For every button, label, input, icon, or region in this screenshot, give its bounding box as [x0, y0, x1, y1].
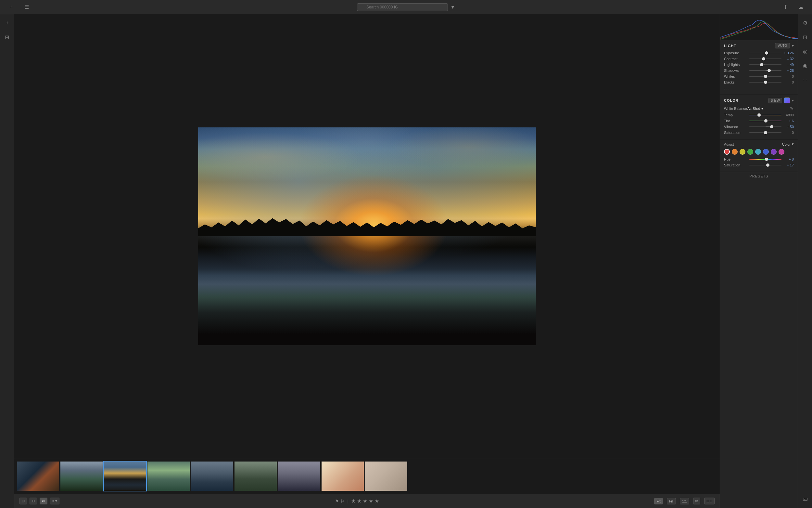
right-panel: LIGHT AUTO ▾ Exposure + 0.26 Contrast: [720, 14, 798, 508]
add-icon[interactable]: ＋: [5, 1, 17, 13]
vibrance-track[interactable]: [749, 126, 781, 127]
heal-icon[interactable]: ◎: [799, 45, 811, 57]
light-section-header: LIGHT AUTO ▾: [724, 43, 794, 48]
blacks-track[interactable]: [749, 82, 781, 83]
zoom-controls: Fit Fill 1:1 ⧉ ⊟⊟: [654, 498, 715, 504]
fill-button[interactable]: Fill: [667, 498, 676, 504]
light-auto-button[interactable]: AUTO: [775, 43, 790, 48]
left-sidebar: ＋ ⊞: [0, 14, 14, 508]
presets-footer[interactable]: Presets: [720, 172, 798, 180]
grid-small-view-button[interactable]: ⊞: [19, 498, 27, 504]
right-sidebar: ⚙ ⊡ ◎ ◉ ··· 🏷: [798, 14, 812, 508]
color-circle-yellow[interactable]: [739, 149, 746, 155]
collections-icon[interactable]: ☰: [21, 1, 33, 13]
hue-track[interactable]: [749, 159, 781, 160]
exposure-row: Exposure + 0.26: [724, 51, 794, 55]
filmstrip-item[interactable]: [365, 462, 407, 491]
temp-track[interactable]: [749, 115, 781, 115]
exposure-value: + 0.26: [783, 51, 794, 55]
light-expand-icon[interactable]: ▾: [792, 44, 794, 48]
vibrance-label: Vibrance: [724, 125, 747, 129]
reject-flag-button[interactable]: ⚐: [340, 499, 345, 504]
filter-icon[interactable]: ▼: [450, 5, 455, 10]
shadows-track[interactable]: [749, 70, 781, 71]
whites-track[interactable]: [749, 76, 781, 77]
filmstrip-item[interactable]: [235, 462, 277, 491]
filmstrip-item[interactable]: [191, 462, 233, 491]
main-area: ＋ ⊞ ⊞ ⊟ ▭ ≡ ▾: [0, 14, 812, 508]
contrast-track[interactable]: [749, 58, 781, 59]
filmstrip-item[interactable]: [278, 462, 320, 491]
color-circle-orange[interactable]: [732, 149, 737, 155]
filmstrip-item[interactable]: [17, 462, 59, 491]
search-wrapper: 🔍: [357, 3, 448, 11]
color-circle-purple[interactable]: [771, 149, 777, 155]
color-circle-pink[interactable]: [778, 149, 784, 155]
highlights-track[interactable]: [749, 65, 781, 65]
exposure-track[interactable]: [749, 53, 781, 53]
white-balance-row: White Balance As Shot ▾ ✎: [724, 106, 794, 111]
view-mode-buttons: ⊞ ⊟ ▭ ≡ ▾: [19, 498, 59, 504]
exposure-label: Exposure: [724, 51, 747, 55]
tint-value: + 6: [783, 119, 794, 123]
filmstrip-item[interactable]: [322, 462, 364, 491]
one-to-one-button[interactable]: 1:1: [680, 498, 689, 504]
shadows-row: Shadows + 26: [724, 69, 794, 73]
eyedropper-icon[interactable]: ✎: [790, 106, 794, 111]
contrast-row: Contrast – 32: [724, 57, 794, 61]
white-balance-value: As Shot: [747, 107, 760, 111]
filmstrip: [14, 458, 720, 494]
compare-button[interactable]: ⧉: [693, 498, 700, 504]
grid-medium-view-button[interactable]: ⊟: [30, 498, 37, 504]
adjust-saturation-value: + 17: [783, 163, 794, 167]
crop-icon[interactable]: ⊡: [799, 31, 811, 43]
filmstrip-item[interactable]: [60, 462, 103, 491]
more-options-button[interactable]: ···: [724, 86, 794, 92]
star-3[interactable]: ★: [363, 498, 367, 504]
white-balance-dropdown[interactable]: As Shot ▾: [747, 107, 790, 111]
star-4[interactable]: ★: [369, 498, 373, 504]
star-5[interactable]: ★: [375, 498, 379, 504]
filmstrip-item[interactable]: [147, 462, 190, 491]
grid-view-icon[interactable]: ⊞: [1, 31, 13, 43]
color-swatch[interactable]: [784, 97, 790, 103]
fit-button[interactable]: Fit: [654, 498, 663, 504]
cloud-icon[interactable]: ☁: [795, 1, 807, 13]
saturation-track[interactable]: [749, 132, 781, 133]
color-circle-red[interactable]: [724, 149, 730, 155]
adjust-saturation-track[interactable]: [749, 165, 781, 165]
add-photo-icon[interactable]: ＋: [1, 17, 13, 29]
adjust-section: Adjust Color ▾ Hue: [720, 139, 798, 172]
color-expand-icon[interactable]: ▾: [792, 98, 794, 103]
vibrance-value: + 50: [783, 125, 794, 129]
color-section: COLOR B & W ▾ White Balance As Shot ▾ ✎ …: [720, 95, 798, 139]
histogram-chart: [720, 14, 798, 40]
hue-value: + 8: [783, 157, 794, 161]
histogram: [720, 14, 798, 40]
tag-icon[interactable]: 🏷: [799, 494, 811, 505]
adjust-dropdown[interactable]: Color ▾: [782, 142, 794, 146]
tint-track[interactable]: [749, 121, 781, 121]
color-circle-green[interactable]: [747, 149, 753, 155]
search-input[interactable]: [357, 3, 448, 11]
panels-button[interactable]: ⊟⊟: [704, 498, 715, 504]
color-circle-teal[interactable]: [755, 149, 761, 155]
top-bar: ＋ ☰ 🔍 ▼ ⬆ ☁: [0, 0, 812, 14]
share-icon[interactable]: ⬆: [779, 1, 791, 13]
color-circle-blue[interactable]: [763, 149, 769, 155]
adjust-panel-icon[interactable]: ⚙: [799, 17, 811, 29]
sort-button[interactable]: ≡ ▾: [50, 498, 59, 504]
radial-icon[interactable]: ◉: [799, 60, 811, 72]
shadows-value: + 26: [783, 69, 794, 73]
top-bar-center: 🔍 ▼: [33, 3, 779, 11]
divider: |: [347, 499, 348, 503]
filmstrip-item[interactable]: [104, 462, 146, 491]
more-icon[interactable]: ···: [799, 74, 811, 86]
star-2[interactable]: ★: [357, 498, 362, 504]
whites-value: 0: [783, 75, 794, 78]
single-view-button[interactable]: ▭: [40, 498, 47, 504]
flag-button[interactable]: ⚑: [335, 499, 339, 504]
star-1[interactable]: ★: [351, 498, 356, 504]
saturation-value: 0: [783, 131, 794, 134]
bw-button[interactable]: B & W: [768, 98, 782, 103]
